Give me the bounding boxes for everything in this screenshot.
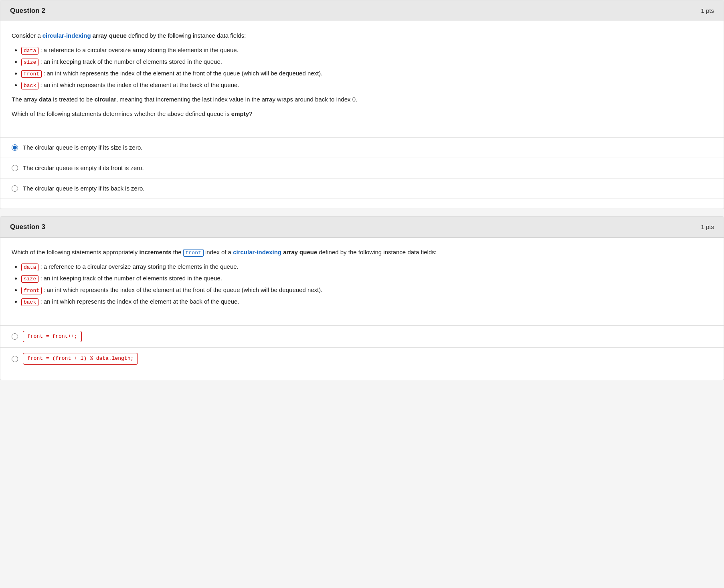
answer-option-q2b[interactable]: The circular queue is empty if its front… bbox=[0, 158, 724, 178]
radio-q2b[interactable] bbox=[12, 165, 18, 171]
front-code-q2: front bbox=[21, 70, 42, 78]
circular-indexing-link-q2[interactable]: circular-indexing bbox=[42, 32, 91, 39]
list-item: data : a reference to a circular oversiz… bbox=[21, 45, 712, 55]
radio-q2c[interactable] bbox=[12, 185, 18, 192]
question-2-body: Consider a circular-indexing array queue… bbox=[0, 21, 724, 131]
question-2-which: Which of the following statements determ… bbox=[12, 109, 712, 119]
data-code-q3: data bbox=[21, 264, 38, 271]
question-3-intro: Which of the following statements approp… bbox=[12, 247, 712, 258]
radio-q2a[interactable] bbox=[12, 144, 18, 151]
answer-code-q3b: front = (front + 1) % data.length; bbox=[23, 353, 138, 365]
question-2-intro: Consider a circular-indexing array queue… bbox=[12, 31, 712, 41]
radio-q3b[interactable] bbox=[12, 356, 18, 362]
answer-text-q2b: The circular queue is empty if its front… bbox=[23, 163, 144, 173]
answer-text-q2c: The circular queue is empty if its back … bbox=[23, 184, 144, 193]
circular-explanation: The array data is treated to be circular… bbox=[12, 95, 712, 104]
size-code-q2: size bbox=[21, 59, 38, 66]
answer-option-q3a[interactable]: front = front++; bbox=[0, 325, 724, 348]
list-item: back : an int which represents the index… bbox=[21, 80, 712, 90]
list-item: data : a reference to a circular oversiz… bbox=[21, 262, 712, 272]
front-code-q3: front bbox=[21, 287, 42, 294]
question-3-answers: front = front++; front = (front + 1) % d… bbox=[0, 325, 724, 371]
question-2-header: Question 2 1 pts bbox=[0, 0, 724, 21]
question-2-block: Question 2 1 pts Consider a circular-ind… bbox=[0, 0, 724, 209]
question-3-block: Question 3 1 pts Which of the following … bbox=[0, 216, 724, 380]
question-2-pts: 1 pts bbox=[701, 6, 714, 16]
answer-option-q2a[interactable]: The circular queue is empty if its size … bbox=[0, 137, 724, 158]
answer-text-q2a: The circular queue is empty if its size … bbox=[23, 143, 142, 152]
question-3-pts: 1 pts bbox=[701, 222, 714, 232]
answer-code-q3a: front = front++; bbox=[23, 331, 82, 343]
size-code-q3: size bbox=[21, 275, 38, 283]
back-code-q2: back bbox=[21, 82, 38, 89]
list-item: front : an int which represents the inde… bbox=[21, 69, 712, 79]
radio-q3a[interactable] bbox=[12, 333, 18, 340]
list-item: front : an int which represents the inde… bbox=[21, 285, 712, 295]
answer-option-q2c[interactable]: The circular queue is empty if its back … bbox=[0, 178, 724, 199]
list-item: back : an int which represents the index… bbox=[21, 297, 712, 307]
question-3-header: Question 3 1 pts bbox=[0, 217, 724, 237]
question-3-body: Which of the following statements approp… bbox=[0, 238, 724, 319]
back-code-q3: back bbox=[21, 298, 38, 306]
list-item: size : an int keeping track of the numbe… bbox=[21, 274, 712, 284]
front-code-inline-q3: front bbox=[183, 249, 204, 257]
data-code-q2: data bbox=[21, 47, 38, 55]
question-2-answers: The circular queue is empty if its size … bbox=[0, 137, 724, 199]
question-3-fields-list: data : a reference to a circular oversiz… bbox=[21, 262, 712, 306]
question-2-fields-list: data : a reference to a circular oversiz… bbox=[21, 45, 712, 90]
question-2-title: Question 2 bbox=[10, 5, 45, 16]
circular-indexing-link-q3[interactable]: circular-indexing bbox=[233, 249, 281, 255]
list-item: size : an int keeping track of the numbe… bbox=[21, 57, 712, 67]
question-3-title: Question 3 bbox=[10, 221, 45, 232]
answer-option-q3b[interactable]: front = (front + 1) % data.length; bbox=[0, 347, 724, 370]
